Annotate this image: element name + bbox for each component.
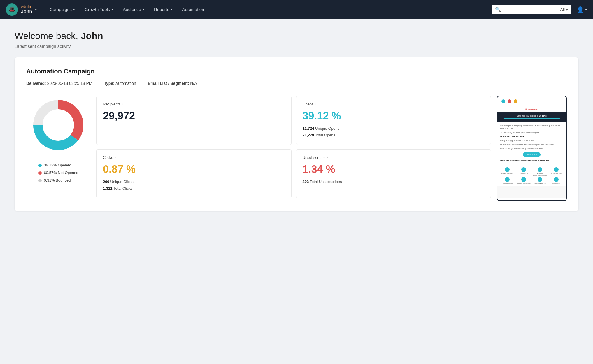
preview-feature-integrations: Integrations	[549, 177, 564, 184]
unsubscribes-arrow-icon[interactable]: ›	[327, 155, 328, 159]
unsubscribes-sub: 403 Total Unsubscribes	[303, 178, 485, 185]
unsubscribes-pct: 1.34 %	[303, 163, 485, 175]
email-preview: ✉ moosend Your free trial expires in 15 …	[497, 96, 567, 201]
growth-tools-chevron-icon: ▾	[111, 8, 113, 11]
preview-feature-icon-6	[521, 177, 526, 182]
preview-feature-icon-8	[554, 177, 559, 182]
campaign-meta: Delivered: 2023-05-18 03:25:18 PM Type: …	[26, 81, 567, 86]
legend-opened-dot	[38, 164, 42, 167]
preview-features-grid: Email Templates Automation Product Recom…	[497, 166, 566, 186]
unsubscribes-label: Unsubscribes ›	[303, 155, 485, 160]
stats-grid: Recipients › 29,972 Opens › 39.12 % 11,7…	[96, 96, 491, 198]
preview-dot-red	[508, 99, 511, 103]
search-filter-chevron-icon: ▾	[566, 7, 568, 12]
preview-body: ✉ moosend Your free trial expires in 15 …	[497, 106, 566, 198]
brand[interactable]: 🎩 Admin John ▾	[6, 3, 37, 16]
nav-growth-tools[interactable]: Growth Tools ▾	[80, 5, 117, 14]
stat-opens: Opens › 39.12 % 11,724 Unique Opens 21,2…	[296, 96, 491, 145]
legend-bounced-dot	[38, 179, 42, 182]
logo-icon: 🎩	[6, 3, 18, 16]
preview-window-header	[497, 96, 566, 106]
preview-feature-icon-3	[538, 167, 542, 172]
preview-feature-custom-reports: Custom Reports	[532, 177, 548, 184]
preview-feature-automation: Automation	[516, 167, 531, 176]
opens-arrow-icon[interactable]: ›	[315, 102, 316, 106]
preview-feature-icon	[505, 167, 510, 172]
clicks-arrow-icon[interactable]: ›	[115, 155, 116, 159]
audience-chevron-icon: ▾	[143, 8, 144, 11]
preview-progress-bar	[504, 118, 560, 119]
preview-dot-teal	[501, 99, 505, 103]
clicks-sub: 260 Unique Clicks 1,311 Total Clicks	[103, 178, 285, 192]
preview-feature-landing: Landing Pages	[500, 177, 515, 184]
opens-sub: 11,724 Unique Opens 21,279 Total Opens	[303, 125, 485, 139]
welcome-title: Welcome back, John	[15, 31, 578, 41]
clicks-pct: 0.87 %	[103, 163, 285, 175]
main-content: Welcome back, John Latest sent campaign …	[0, 19, 593, 223]
nav-campaigns[interactable]: Campaigns ▾	[45, 5, 79, 14]
legend-opened: 39.12% Opened	[38, 161, 78, 169]
preview-dot-yellow	[514, 99, 517, 103]
preview-body-content: We hope you are enjoying Moosend just a …	[497, 122, 566, 166]
preview-top-bar: Your free trial expires in 15 days	[497, 112, 566, 122]
user-info: Admin John	[21, 5, 32, 15]
preview-feature-icon-2	[521, 167, 526, 172]
search-divider: |	[557, 7, 558, 12]
campaigns-chevron-icon: ▾	[73, 8, 75, 11]
campaign-email-list: Email List / Segment: N/A	[148, 81, 197, 86]
recipients-arrow-icon[interactable]: ›	[122, 102, 123, 106]
preview-upgrade-button[interactable]: Upgrade Now	[523, 152, 541, 157]
navbar: 🎩 Admin John ▾ Campaigns ▾ Growth Tools …	[0, 0, 593, 19]
search-filter-button[interactable]: All ▾	[560, 7, 568, 12]
preview-email-content: ✉ moosend Your free trial expires in 15 …	[497, 106, 566, 186]
preview-feature-email-templates: Email Templates	[500, 167, 515, 176]
reports-chevron-icon: ▾	[171, 8, 172, 11]
nav-reports[interactable]: Reports ▾	[150, 5, 177, 14]
stat-unsubscribes: Unsubscribes › 1.34 % 403 Total Unsubscr…	[296, 149, 491, 198]
campaign-delivered: Delivered: 2023-05-18 03:25:18 PM	[26, 81, 92, 86]
user-dropdown-chevron[interactable]: ▾	[35, 8, 37, 12]
account-icon: 👤	[577, 6, 584, 13]
nav-audience[interactable]: Audience ▾	[119, 5, 148, 14]
opens-label: Opens ›	[303, 102, 485, 106]
legend-not-opened-dot	[38, 171, 42, 175]
account-button[interactable]: 👤 ▾	[577, 6, 587, 13]
preview-feature-icon-5	[505, 177, 510, 182]
preview-feature-subscription: Subscription Forms	[516, 177, 531, 184]
user-role: Admin	[21, 5, 32, 9]
stat-recipients: Recipients › 29,972	[96, 96, 292, 145]
welcome-subtitle: Latest sent campaign activity	[15, 44, 578, 49]
donut-section: 39.12% Opened 60.57% Not Opened 0.31% Bo…	[26, 96, 90, 184]
donut-legend: 39.12% Opened 60.57% Not Opened 0.31% Bo…	[38, 161, 78, 184]
search-icon: 🔍	[495, 7, 501, 12]
search-bar[interactable]: 🔍 | All ▾	[492, 5, 571, 14]
stats-area: 39.12% Opened 60.57% Not Opened 0.31% Bo…	[26, 96, 567, 201]
clicks-label: Clicks ›	[103, 155, 285, 160]
account-chevron-icon: ▾	[585, 7, 587, 12]
opens-pct: 39.12 %	[303, 110, 485, 122]
campaign-type: Type: Automation	[104, 81, 136, 86]
search-input[interactable]	[503, 7, 554, 12]
user-name: John	[21, 9, 32, 14]
preview-logo: ✉ moosend	[497, 106, 566, 112]
preview-feature-ecommerce: Ecommerce AI	[549, 167, 564, 176]
recipients-label: Recipients ›	[103, 102, 285, 106]
campaign-card: Automation Campaign Delivered: 2023-05-1…	[15, 57, 578, 211]
recipients-value: 29,972	[103, 110, 285, 122]
donut-chart	[29, 96, 87, 154]
campaign-title: Automation Campaign	[26, 68, 567, 75]
preview-feature-product-rec: Product Recommendations	[532, 167, 548, 176]
main-nav: Campaigns ▾ Growth Tools ▾ Audience ▾ Re…	[45, 5, 489, 14]
legend-bounced: 0.31% Bounced	[38, 177, 78, 184]
stat-clicks: Clicks › 0.87 % 260 Unique Clicks 1,311 …	[96, 149, 292, 198]
nav-automation[interactable]: Automation	[178, 5, 208, 14]
preview-feature-icon-4	[554, 167, 559, 172]
preview-feature-icon-7	[538, 177, 542, 182]
legend-not-opened: 60.57% Not Opened	[38, 169, 78, 177]
